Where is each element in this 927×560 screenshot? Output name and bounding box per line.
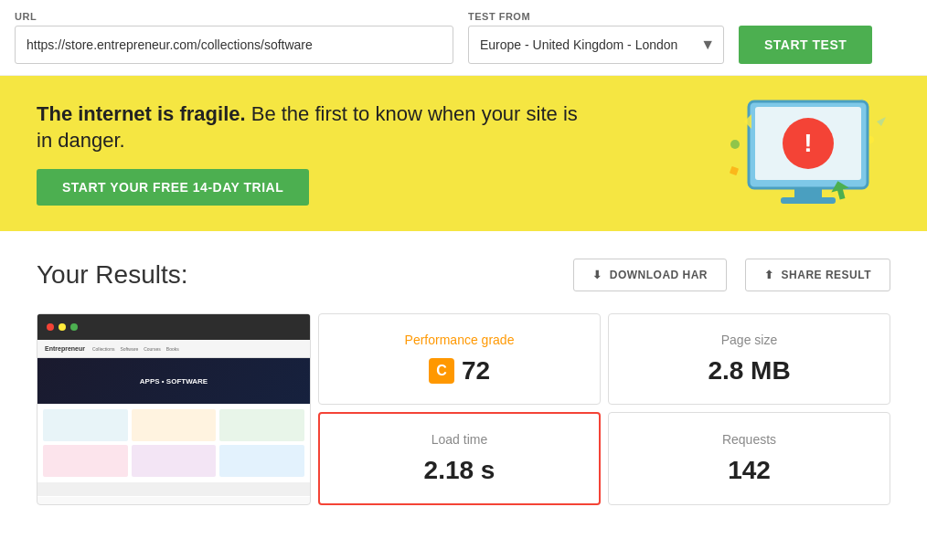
- fake-nav-links: Collections Software Courses Books: [92, 346, 179, 352]
- svg-marker-1: [877, 117, 886, 126]
- fake-product-6: [219, 445, 304, 477]
- monitor-illustration: !: [708, 94, 890, 222]
- screenshot-content: Entrepreneur Collections Software Course…: [37, 340, 310, 497]
- minimize-dot: [59, 323, 66, 331]
- svg-point-11: [730, 140, 740, 149]
- fake-footer: [37, 482, 310, 496]
- performance-grade-label: Performance grade: [405, 333, 515, 347]
- performance-grade-card: Performance grade C 72: [318, 313, 601, 405]
- fake-hero-title: APPS • SOFTWARE: [140, 377, 208, 386]
- fake-product-2: [132, 409, 217, 441]
- url-field-group: URL: [15, 11, 453, 64]
- header: URL Test from Europe - United Kingdom - …: [0, 0, 927, 76]
- requests-value: 142: [728, 456, 771, 485]
- fake-product-3: [219, 409, 304, 441]
- page-size-label: Page size: [721, 333, 777, 347]
- banner-text: The internet is fragile. Be the first to…: [37, 101, 585, 205]
- requests-label: Requests: [722, 432, 776, 447]
- trial-button[interactable]: START YOUR FREE 14-DAY TRIAL: [37, 169, 309, 206]
- location-select-wrap: Europe - United Kingdom - LondonUS East …: [468, 26, 724, 64]
- grade-score: 72: [462, 356, 490, 386]
- url-label: URL: [15, 11, 453, 22]
- page-size-value: 2.8 MB: [708, 356, 790, 386]
- fake-products: [37, 404, 310, 482]
- fake-product-4: [43, 445, 128, 477]
- download-icon: ⬇: [592, 269, 602, 281]
- close-dot: [47, 323, 54, 331]
- promo-banner: The internet is fragile. Be the first to…: [0, 76, 927, 231]
- banner-headline: The internet is fragile. Be the first to…: [37, 101, 585, 153]
- grade-letter: C: [429, 358, 454, 384]
- svg-text:!: !: [804, 129, 812, 157]
- maximize-dot: [70, 323, 78, 331]
- grade-badge: C 72: [429, 356, 490, 386]
- download-har-button[interactable]: ⬇ DOWNLOAD HAR: [573, 259, 727, 291]
- load-time-value: 2.18 s: [424, 456, 495, 485]
- fake-product-1: [43, 409, 128, 441]
- banner-illustration: !: [708, 94, 890, 213]
- fake-product-5: [132, 445, 217, 477]
- share-icon: ⬆: [764, 269, 774, 281]
- page-size-card: Page size 2.8 MB: [608, 313, 890, 405]
- svg-rect-12: [730, 166, 739, 175]
- test-from-field-group: Test from Europe - United Kingdom - Lond…: [468, 11, 724, 64]
- start-test-button[interactable]: START TEST: [739, 26, 872, 64]
- results-title: Your Results:: [37, 260, 555, 290]
- load-time-label: Load time: [432, 432, 487, 447]
- screenshot-image: Entrepreneur Collections Software Course…: [37, 314, 310, 497]
- fake-nav: Entrepreneur Collections Software Course…: [37, 340, 310, 358]
- load-time-card: Load time 2.18 s: [318, 412, 601, 505]
- requests-card: Requests 142: [608, 412, 890, 505]
- share-result-button[interactable]: ⬆ SHARE RESULT: [745, 259, 890, 291]
- fake-logo: Entrepreneur: [45, 345, 85, 352]
- screenshot-card: Entrepreneur Collections Software Course…: [37, 313, 311, 505]
- url-input[interactable]: [15, 26, 453, 64]
- fake-hero: APPS • SOFTWARE: [37, 358, 310, 404]
- results-section: Your Results: ⬇ DOWNLOAD HAR ⬆ SHARE RES…: [0, 231, 927, 533]
- results-header: Your Results: ⬇ DOWNLOAD HAR ⬆ SHARE RES…: [37, 259, 890, 291]
- test-from-label: Test from: [468, 11, 724, 22]
- results-grid: Entrepreneur Collections Software Course…: [37, 313, 890, 505]
- browser-topbar: [37, 314, 310, 340]
- svg-rect-8: [781, 197, 836, 204]
- location-select[interactable]: Europe - United Kingdom - LondonUS East …: [468, 26, 724, 64]
